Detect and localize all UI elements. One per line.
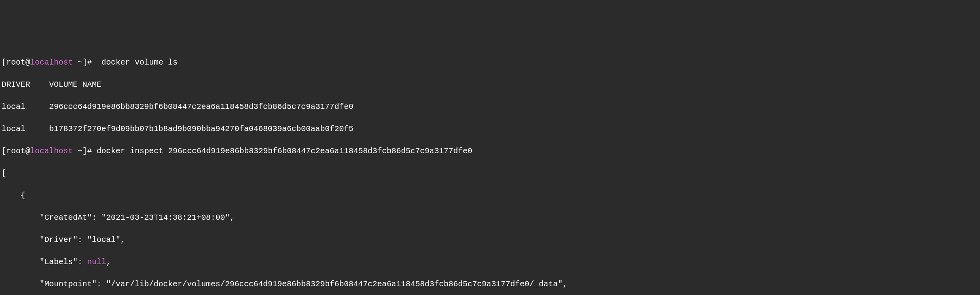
prompt-end: ]# <box>82 147 97 156</box>
json-driver: "Driver": "local", <box>2 234 978 246</box>
json-open-bracket: [ <box>2 168 978 179</box>
json-created-at: "CreatedAt": "2021-03-23T14:38:21+08:00"… <box>2 212 978 223</box>
command-text: docker volume ls <box>97 58 177 67</box>
prompt-user: root <box>6 58 25 67</box>
volume-ls-row: local 296ccc64d919e86bb8329bf6b08447c2ea… <box>2 101 978 112</box>
json-null: null <box>87 257 106 266</box>
prompt-path: ~ <box>73 147 82 156</box>
prompt-line: [root@localhost ~]# docker volume ls <box>2 57 978 68</box>
prompt-end: ]# <box>82 58 97 67</box>
prompt-at: @ <box>25 147 30 156</box>
prompt-line: [root@localhost ~]# docker inspect 296cc… <box>2 146 978 157</box>
json-labels-key: "Labels": <box>2 257 87 266</box>
prompt-path: ~ <box>73 58 82 67</box>
json-open-brace: { <box>2 190 978 201</box>
prompt-at: @ <box>25 58 30 67</box>
terminal[interactable]: [root@localhost ~]# docker volume ls DRI… <box>2 46 978 295</box>
prompt-open: [ <box>2 147 6 156</box>
prompt-host: localhost <box>30 147 73 156</box>
volume-ls-row: local b178372f270ef9d09bb07b1b8ad9b090bb… <box>2 124 978 135</box>
json-mountpoint: "Mountpoint": "/var/lib/docker/volumes/2… <box>2 279 978 290</box>
json-labels: "Labels": null, <box>2 257 978 268</box>
json-labels-end: , <box>106 257 111 266</box>
prompt-open: [ <box>2 58 6 67</box>
command-text: docker inspect 296ccc64d919e86bb8329bf6b… <box>97 147 472 156</box>
prompt-user: root <box>6 147 25 156</box>
prompt-host: localhost <box>30 58 73 67</box>
volume-ls-header: DRIVER VOLUME NAME <box>2 79 978 90</box>
